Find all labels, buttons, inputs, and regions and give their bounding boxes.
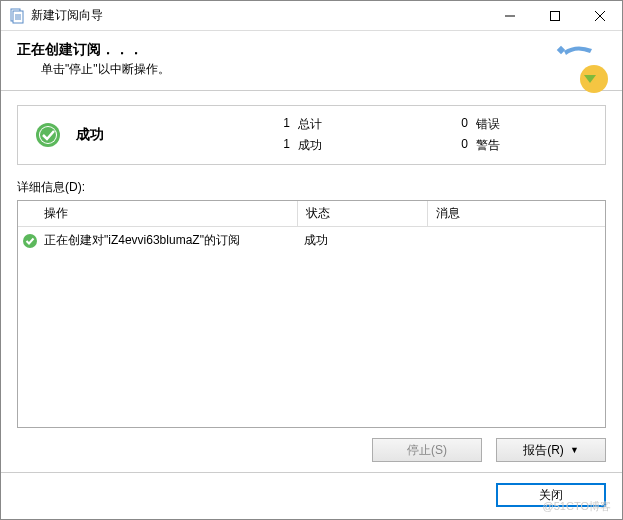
chevron-down-icon: ▼ <box>570 445 579 455</box>
window-controls <box>487 1 622 30</box>
stop-button[interactable]: 停止(S) <box>372 438 482 462</box>
column-status[interactable]: 状态 <box>298 201 428 226</box>
minimize-button[interactable] <box>487 1 532 30</box>
cell-message <box>426 239 605 243</box>
details-table: 操作 状态 消息 正在创建对"iZ4evvi63blumaZ"的订阅 成功 <box>17 200 606 428</box>
window-title: 新建订阅向导 <box>31 7 487 24</box>
warning-label: 警告 <box>476 137 516 154</box>
column-operation[interactable]: 操作 <box>18 201 298 226</box>
report-button[interactable]: 报告(R) ▼ <box>496 438 606 462</box>
app-icon <box>9 8 25 24</box>
page-title: 正在创建订阅．．． <box>17 41 606 59</box>
svg-point-6 <box>580 65 608 93</box>
maximize-button[interactable] <box>532 1 577 30</box>
total-label: 总计 <box>298 116 338 133</box>
svg-rect-7 <box>557 46 565 54</box>
svg-rect-3 <box>550 11 559 20</box>
status-summary-box: 成功 1总计 1成功 0错误 0警告 <box>17 105 606 165</box>
wizard-header: 正在创建订阅．．． 单击"停止"以中断操作。 <box>1 31 622 91</box>
titlebar: 新建订阅向导 <box>1 1 622 31</box>
close-button-footer[interactable]: 关闭 <box>496 483 606 507</box>
success-icon <box>22 233 38 249</box>
table-header: 操作 状态 消息 <box>18 201 605 227</box>
details-label: 详细信息(D): <box>17 179 606 196</box>
wizard-icon <box>556 39 612 95</box>
report-label: 报告(R) <box>523 442 564 459</box>
success-count: 1 <box>270 137 290 154</box>
wizard-footer: 关闭 <box>1 472 622 519</box>
cell-status: 成功 <box>296 230 426 251</box>
total-count: 1 <box>270 116 290 133</box>
page-subtitle: 单击"停止"以中断操作。 <box>41 61 606 78</box>
warning-count: 0 <box>448 137 468 154</box>
status-label: 成功 <box>76 126 256 144</box>
stats: 1总计 1成功 0错误 0警告 <box>270 116 516 154</box>
success-icon <box>34 121 62 149</box>
error-label: 错误 <box>476 116 516 133</box>
cell-operation: 正在创建对"iZ4evvi63blumaZ"的订阅 <box>38 230 296 251</box>
table-row[interactable]: 正在创建对"iZ4evvi63blumaZ"的订阅 成功 <box>18 227 605 254</box>
error-count: 0 <box>448 116 468 133</box>
content-area: 成功 1总计 1成功 0错误 0警告 详细信息(D): 操作 状态 消息 正在创… <box>1 91 622 472</box>
close-button[interactable] <box>577 1 622 30</box>
action-buttons: 停止(S) 报告(R) ▼ <box>17 428 606 462</box>
svg-point-10 <box>40 127 56 143</box>
column-message[interactable]: 消息 <box>428 201 605 226</box>
success-label: 成功 <box>298 137 338 154</box>
